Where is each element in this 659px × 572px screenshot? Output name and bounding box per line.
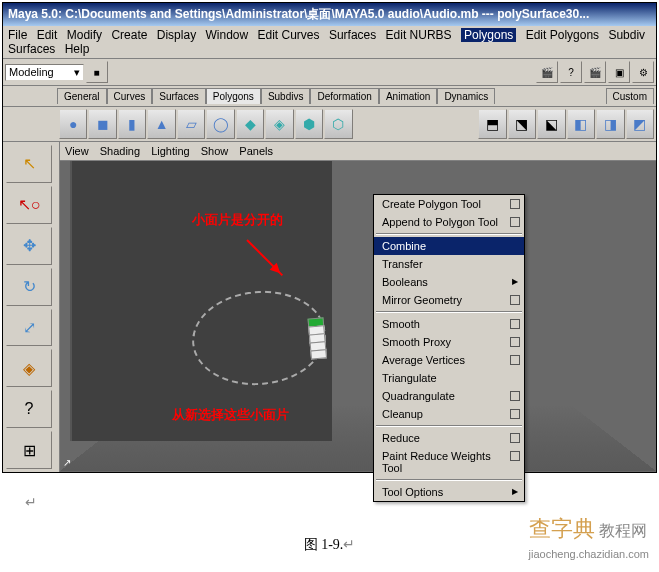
plane-icon[interactable]: ▱: [177, 109, 205, 139]
menu-separator: [376, 311, 522, 313]
menu-create[interactable]: Create: [111, 28, 147, 42]
question-icon[interactable]: ?: [560, 61, 582, 83]
tab-custom[interactable]: Custom: [606, 88, 654, 104]
poly-tool2-icon[interactable]: ◈: [265, 109, 293, 139]
film-icon[interactable]: 🎬: [536, 61, 558, 83]
menu-mirror[interactable]: Mirror Geometry: [374, 291, 524, 309]
viewport-panel: View Shading Lighting Show Panels 小面片是分开…: [60, 142, 656, 472]
transform-tool-icon[interactable]: ◈: [6, 349, 52, 387]
menu-reduce[interactable]: Reduce: [374, 429, 524, 447]
poly-faces: [308, 317, 331, 359]
poly-edit6-icon[interactable]: ◩: [626, 109, 654, 139]
menu-cleanup[interactable]: Cleanup: [374, 405, 524, 423]
poly-edit5-icon[interactable]: ◨: [596, 109, 624, 139]
layout-tool-icon[interactable]: ⊞: [6, 431, 52, 469]
speaker-hole: [188, 285, 330, 390]
cylinder-icon[interactable]: ▮: [118, 109, 146, 139]
model-panel: 小面片是分开的 从新选择这些小面片: [70, 161, 332, 441]
shelf-tabs-row: General Curves Surfaces Polygons Subdivs…: [3, 86, 656, 107]
tab-general[interactable]: General: [57, 88, 107, 104]
toolbar-icon[interactable]: ■: [86, 61, 108, 83]
menu-smooth-proxy[interactable]: Smooth Proxy: [374, 333, 524, 351]
menu-modify[interactable]: Modify: [67, 28, 102, 42]
toolbox: ↖ ↖○ ✥ ↻ ⤢ ◈ ? ⊞: [3, 142, 60, 472]
shelf-icons: ● ◼ ▮ ▲ ▱ ◯ ◆ ◈ ⬢ ⬡ ⬒ ⬔ ⬕ ◧ ◨ ◩: [3, 107, 656, 142]
menu-display[interactable]: Display: [157, 28, 196, 42]
tab-polygons[interactable]: Polygons: [206, 88, 261, 104]
axis-indicator-icon: ↗: [63, 457, 71, 468]
main-menubar: File Edit Modify Create Display Window E…: [3, 26, 656, 59]
annotation-top: 小面片是分开的: [192, 211, 283, 229]
menu-editcurves[interactable]: Edit Curves: [258, 28, 320, 42]
menu-combine[interactable]: Combine 合并: [374, 237, 524, 255]
menu-append-poly[interactable]: Append to Polygon Tool: [374, 213, 524, 231]
vp-lighting[interactable]: Lighting: [151, 145, 190, 157]
menu-file[interactable]: File: [8, 28, 27, 42]
menu-window[interactable]: Window: [205, 28, 248, 42]
menu-edit[interactable]: Edit: [37, 28, 58, 42]
scale-tool-icon[interactable]: ⤢: [6, 309, 52, 347]
tab-curves[interactable]: Curves: [107, 88, 153, 104]
misc-tool-icon[interactable]: ?: [6, 390, 52, 428]
workspace-selector[interactable]: Modeling ▾: [5, 64, 84, 81]
sphere-icon[interactable]: ●: [59, 109, 87, 139]
poly-edit1-icon[interactable]: ⬒: [478, 109, 506, 139]
menu-quad[interactable]: Quadrangulate: [374, 387, 524, 405]
menu-editpolygons[interactable]: Edit Polygons: [526, 28, 599, 42]
menu-tool-options[interactable]: Tool Options▶: [374, 483, 524, 501]
annotation-bottom: 从新选择这些小面片: [172, 406, 289, 424]
vp-panels[interactable]: Panels: [239, 145, 273, 157]
window-titlebar: Maya 5.0: C:\Documents and Settings\Admi…: [3, 3, 656, 26]
menu-separator: [376, 479, 522, 481]
watermark: 查字典 教程网 jiaocheng.chazidian.com: [529, 514, 649, 562]
status-toolbar: Modeling ▾ ■ 🎬 ? 🎬 ▣ ⚙: [3, 59, 656, 86]
menu-separator: [376, 233, 522, 235]
menu-help[interactable]: Help: [65, 42, 90, 56]
vp-view[interactable]: View: [65, 145, 89, 157]
render-icon[interactable]: ▣: [608, 61, 630, 83]
poly-tool-icon[interactable]: ◆: [236, 109, 264, 139]
rotate-tool-icon[interactable]: ↻: [6, 268, 52, 306]
menu-smooth[interactable]: Smooth: [374, 315, 524, 333]
menu-polygons[interactable]: Polygons: [461, 28, 516, 42]
poly-tool3-icon[interactable]: ⬢: [295, 109, 323, 139]
polygons-menu: Create Polygon Tool Append to Polygon To…: [373, 194, 525, 502]
tab-dynamics[interactable]: Dynamics: [437, 88, 495, 104]
settings-icon[interactable]: ⚙: [632, 61, 654, 83]
lasso-tool-icon[interactable]: ↖○: [6, 186, 52, 224]
perspective-viewport[interactable]: 小面片是分开的 从新选择这些小面片 ↗: [60, 161, 656, 471]
vp-shading[interactable]: Shading: [100, 145, 140, 157]
menu-paint-reduce[interactable]: Paint Reduce Weights Tool: [374, 447, 524, 477]
select-tool-icon[interactable]: ↖: [6, 145, 52, 183]
slate-icon[interactable]: 🎬: [584, 61, 606, 83]
cube-icon[interactable]: ◼: [88, 109, 116, 139]
menu-separator: [376, 425, 522, 427]
tab-animation[interactable]: Animation: [379, 88, 437, 104]
menu-avg-verts[interactable]: Average Vertices: [374, 351, 524, 369]
torus-icon[interactable]: ◯: [206, 109, 234, 139]
tab-surfaces[interactable]: Surfaces: [152, 88, 205, 104]
viewport-menubar: View Shading Lighting Show Panels: [60, 142, 656, 161]
menu-transfer[interactable]: Transfer: [374, 255, 524, 273]
menu-triangulate[interactable]: Triangulate: [374, 369, 524, 387]
red-arrow-icon: [246, 239, 283, 276]
menu-editnurbs[interactable]: Edit NURBS: [386, 28, 452, 42]
poly-edit2-icon[interactable]: ⬔: [508, 109, 536, 139]
poly-tool4-icon[interactable]: ⬡: [324, 109, 352, 139]
main-workspace: ↖ ↖○ ✥ ↻ ⤢ ◈ ? ⊞ View Shading Lighting S…: [3, 142, 656, 472]
move-tool-icon[interactable]: ✥: [6, 227, 52, 265]
tab-subdivs[interactable]: Subdivs: [261, 88, 311, 104]
cone-icon[interactable]: ▲: [147, 109, 175, 139]
menu-create-poly[interactable]: Create Polygon Tool: [374, 195, 524, 213]
poly-edit3-icon[interactable]: ⬕: [537, 109, 565, 139]
menu-surfaces[interactable]: Surfaces: [329, 28, 376, 42]
poly-edit4-icon[interactable]: ◧: [567, 109, 595, 139]
vp-show[interactable]: Show: [201, 145, 229, 157]
menu-booleans[interactable]: Booleans▶: [374, 273, 524, 291]
tab-deformation[interactable]: Deformation: [310, 88, 378, 104]
